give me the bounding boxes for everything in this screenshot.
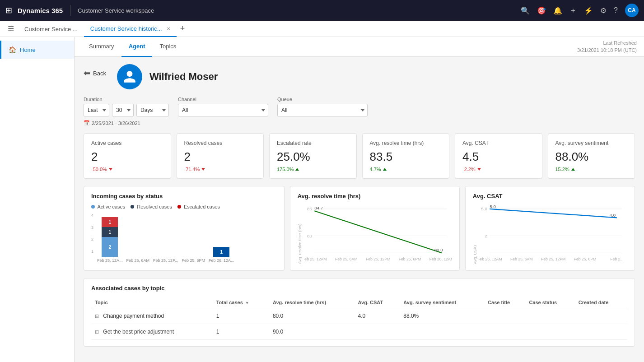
delta-arrow-5	[571, 168, 575, 171]
tab-historic[interactable]: Customer Service historic... ✕	[84, 21, 177, 37]
settings-icon[interactable]: ⚙	[600, 6, 607, 15]
kpi-title-3: Avg. resolve time (hrs)	[370, 140, 442, 146]
csat-chart-title: Avg. CSAT	[473, 193, 627, 200]
tab-label-1: Customer Service historic...	[90, 25, 162, 32]
kpi-value-0: 2	[91, 150, 163, 164]
back-button[interactable]: ⬅ Back	[84, 68, 106, 78]
duration-unit-select[interactable]: Days	[136, 104, 169, 116]
apps-icon[interactable]: ⊞	[5, 5, 12, 15]
legend-dot-escalated	[177, 205, 181, 209]
duration-preset-select[interactable]: Last	[84, 104, 109, 116]
tab-label-0: Customer Service ...	[24, 26, 78, 32]
tab-summary[interactable]: Summary	[82, 37, 121, 57]
content-area: Summary Agent Topics Last Refreshed 3/21…	[75, 37, 644, 362]
svg-text:Feb 2...: Feb 2...	[610, 257, 623, 261]
bar-group-2: Feb 25, 12P...	[153, 216, 178, 263]
csat-chart-card: Avg. CSAT Avg. CSAT 5.0 2	[465, 186, 635, 271]
tab-topics[interactable]: Topics	[152, 37, 183, 57]
kpi-resolved-cases: Resolved cases 2 -71.4%	[177, 133, 264, 179]
duration-filter: Duration Last 30 Days 📅	[84, 97, 169, 126]
filters: Duration Last 30 Days 📅	[84, 97, 635, 126]
legend-label-active: Active cases	[97, 204, 125, 209]
kpi-value-4: 4.5	[462, 150, 535, 164]
seg-escalated-0: 1	[102, 217, 118, 227]
bar-label-2: Feb 25, 12P...	[153, 258, 178, 263]
svg-text:Feb 25,
6PM: Feb 25, 6PM	[398, 257, 421, 261]
kpi-value-3: 83.5	[370, 150, 442, 164]
svg-text:Feb 25,
6AM: Feb 25, 6AM	[335, 257, 358, 261]
last-refreshed-label: Last Refreshed	[577, 40, 637, 46]
sidebar-item-home[interactable]: 🏠 Home	[0, 41, 74, 59]
duration-value-select[interactable]: 30	[112, 104, 134, 116]
legend-active: Active cases	[91, 204, 125, 209]
csat-svg-wrapper: 5.0 2 5.0 4.0 Feb	[479, 204, 627, 264]
add-tab-button[interactable]: +	[177, 24, 189, 33]
cell-topic-1: ⊞ Get the best price adjustment	[91, 324, 213, 340]
nav-icons: 🔍 🎯 🔔 ＋ ⚡ ⚙ ? CA	[521, 4, 639, 17]
kpi-value-5: 88.0%	[555, 150, 628, 164]
svg-text:80: 80	[307, 233, 312, 238]
kpi-avg-csat: Avg. CSAT 4.5 -2.2%	[455, 133, 542, 179]
csat-chart-body: Avg. CSAT 5.0 2	[473, 204, 627, 264]
svg-text:Feb 25,
6AM: Feb 25, 6AM	[510, 257, 533, 261]
bar-group-4: 1 Feb 26, 12A...	[209, 216, 234, 263]
table-header-row: Topic Total cases ▼ Avg. resolve time (h…	[91, 297, 627, 308]
cell-resolve-0: 80.0	[269, 308, 355, 324]
sidebar: 🏠 Home	[0, 37, 75, 362]
kpi-avg-sentiment: Avg. survey sentiment 88.0% 15.2%	[548, 133, 635, 179]
bar-stack-4: 1	[213, 216, 229, 257]
channel-filter: Channel All	[178, 97, 268, 116]
plus-icon[interactable]: ＋	[569, 6, 577, 15]
tab-bar: ☰ Customer Service ... Customer Service …	[0, 21, 644, 37]
bar-group-1: Feb 25, 6AM	[126, 216, 150, 263]
legend-escalated: Escalated cases	[177, 204, 220, 209]
svg-text:5.0: 5.0	[481, 206, 487, 211]
calendar-icon: 📅	[84, 120, 90, 126]
bar-stack-0: 1 1 2	[102, 216, 118, 257]
cell-status-1	[525, 324, 574, 340]
tab-close-icon[interactable]: ✕	[167, 26, 170, 31]
svg-text:80.0: 80.0	[434, 247, 443, 252]
table-row: ⊞ Get the best price adjustment 1 90.0	[91, 324, 627, 340]
bell-icon[interactable]: 🔔	[553, 6, 562, 15]
user-avatar[interactable]: CA	[625, 4, 639, 17]
tab-agent[interactable]: Agent	[121, 37, 153, 57]
tab-customer-service[interactable]: Customer Service ...	[18, 21, 84, 37]
queue-select[interactable]: All	[277, 104, 368, 116]
target-icon[interactable]: 🎯	[537, 6, 546, 15]
agent-header: Wilfried Moser	[117, 64, 218, 89]
help-icon[interactable]: ?	[614, 6, 618, 14]
legend-dot-active	[91, 205, 95, 209]
expand-icon-0[interactable]: ⊞	[95, 313, 99, 319]
resolve-chart-body: Avg. resolve time (hrs) 85 80	[298, 204, 452, 264]
resolve-time-chart-card: Avg. resolve time (hrs) Avg. resolve tim…	[290, 186, 460, 271]
cell-csat-0: 4.0	[355, 308, 400, 324]
kpi-escalated-rate: Escalated rate 25.0% 175.0%	[269, 133, 357, 179]
person-icon	[122, 70, 137, 84]
main-layout: 🏠 Home Summary Agent Topics Last Refresh…	[0, 37, 644, 362]
seg-resolved-4: 1	[213, 247, 229, 257]
col-avg-csat: Avg. CSAT	[355, 297, 400, 308]
legend-resolved: Resolved cases	[131, 204, 172, 209]
assoc-cases-card: Associated cases by topic Topic Total ca…	[84, 278, 635, 347]
bar-group-3: Feb 25, 6PM	[182, 216, 205, 263]
legend-label-resolved: Resolved cases	[137, 204, 172, 209]
cell-total-0: 1	[213, 308, 269, 324]
filter-icon[interactable]: ⚡	[584, 6, 593, 15]
svg-line-18	[490, 209, 617, 218]
workspace-label: Customer Service workspace	[78, 7, 154, 14]
cell-sentiment-0: 88.0%	[400, 308, 484, 324]
svg-text:4.0: 4.0	[609, 213, 616, 218]
col-case-status: Case status	[525, 297, 574, 308]
bar-group-0: 1 1 2 Feb 25, 12A...	[97, 216, 123, 263]
bar-chart-title: Incoming cases by status	[91, 193, 277, 200]
delta-arrow-2	[295, 168, 299, 171]
col-total-cases[interactable]: Total cases ▼	[213, 297, 269, 308]
search-icon[interactable]: 🔍	[521, 6, 530, 15]
cell-title-1	[484, 324, 525, 340]
menu-hamburger[interactable]: ☰	[4, 24, 18, 33]
cell-sentiment-1	[400, 324, 484, 340]
top-nav: ⊞ Dynamics 365 Customer Service workspac…	[0, 0, 644, 21]
channel-select[interactable]: All	[178, 104, 268, 116]
expand-icon-1[interactable]: ⊞	[95, 329, 99, 334]
